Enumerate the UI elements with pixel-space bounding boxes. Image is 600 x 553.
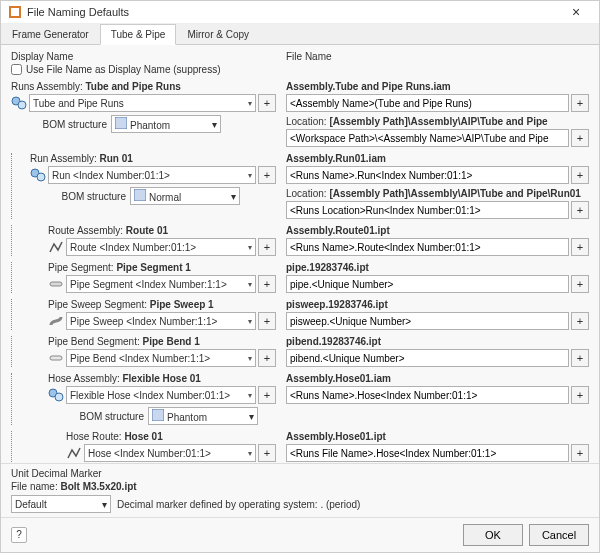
unit-decimal-title: Unit Decimal Marker bbox=[11, 468, 589, 479]
ok-button[interactable]: OK bbox=[463, 524, 523, 546]
cancel-button[interactable]: Cancel bbox=[529, 524, 589, 546]
hoseroute-file-label: Assembly.Hose01.ipt bbox=[286, 431, 386, 442]
route-icon bbox=[66, 446, 82, 460]
pipebend-file-add-button[interactable]: + bbox=[571, 349, 589, 367]
pipeseg-label-bold: Pipe Segment 1 bbox=[116, 262, 190, 273]
run-loc-add-button[interactable]: + bbox=[571, 201, 589, 219]
run-loc-input[interactable] bbox=[286, 201, 569, 219]
dialog-window: File Naming Defaults × Frame Generator T… bbox=[0, 0, 600, 553]
bom3-label: BOM structure bbox=[74, 411, 144, 422]
tab-bar: Frame Generator Tube & Pipe Mirror & Cop… bbox=[1, 24, 599, 45]
run-asm-label-prefix: Run Assembly: bbox=[30, 153, 97, 164]
pipeseg-display-add-button[interactable]: + bbox=[258, 275, 276, 293]
column-header-file-name: File Name bbox=[276, 51, 589, 62]
bom1-label: BOM structure bbox=[37, 119, 107, 130]
pipesweep-display-add-button[interactable]: + bbox=[258, 312, 276, 330]
pipeseg-label-prefix: Pipe Segment: bbox=[48, 262, 114, 273]
runs-asm-file-input[interactable] bbox=[286, 94, 569, 112]
run-loc-label-bold: [Assembly Path]\Assembly\AIP\Tube and Pi… bbox=[329, 188, 581, 199]
hoseasm-file-label: Assembly.Hose01.iam bbox=[286, 373, 391, 384]
app-icon bbox=[9, 6, 21, 18]
bom3-select[interactable]: Phantom▾ bbox=[148, 407, 258, 425]
pipe-icon bbox=[48, 277, 64, 291]
hoseasm-file-add-button[interactable]: + bbox=[571, 386, 589, 404]
runs-asm-loc-label-prefix: Location: bbox=[286, 116, 327, 127]
run-asm-file-label: Assembly.Run01.iam bbox=[286, 153, 386, 164]
svg-rect-8 bbox=[50, 282, 62, 286]
route-file-label: Assembly.Route01.ipt bbox=[286, 225, 390, 236]
pipesweep-label-prefix: Pipe Sweep Segment: bbox=[48, 299, 147, 310]
use-filename-as-display-checkbox[interactable] bbox=[11, 64, 22, 75]
pipebend-file-input[interactable] bbox=[286, 349, 569, 367]
runs-asm-display-select[interactable]: Tube and Pipe Runs▾ bbox=[29, 94, 256, 112]
runs-asm-loc-label-bold: [Assembly Path]\Assembly\AIP\Tube and Pi… bbox=[329, 116, 547, 127]
route-label-prefix: Route Assembly: bbox=[48, 225, 123, 236]
bom2-select[interactable]: Normal▾ bbox=[130, 187, 240, 205]
window-title: File Naming Defaults bbox=[27, 6, 561, 18]
hoseroute-file-add-button[interactable]: + bbox=[571, 444, 589, 462]
close-button[interactable]: × bbox=[561, 4, 591, 20]
hoseasm-file-input[interactable] bbox=[286, 386, 569, 404]
bend-icon bbox=[48, 351, 64, 365]
bom2-label: BOM structure bbox=[56, 191, 126, 202]
decimal-note: Decimal marker defined by operating syst… bbox=[117, 499, 360, 510]
filename-example: Bolt M3.5x20.ipt bbox=[60, 481, 136, 492]
pipesweep-display-select[interactable]: Pipe Sweep <Index Number:1:1>▾ bbox=[66, 312, 256, 330]
pipebend-label-bold: Pipe Bend 1 bbox=[143, 336, 200, 347]
titlebar: File Naming Defaults × bbox=[1, 1, 599, 24]
hoseroute-display-select[interactable]: Hose <Index Number:01:1>▾ bbox=[84, 444, 256, 462]
pipesweep-file-input[interactable] bbox=[286, 312, 569, 330]
button-bar: ? OK Cancel bbox=[1, 517, 599, 552]
tab-tube-and-pipe[interactable]: Tube & Pipe bbox=[100, 24, 177, 45]
run-asm-file-add-button[interactable]: + bbox=[571, 166, 589, 184]
tab-mirror-and-copy[interactable]: Mirror & Copy bbox=[176, 24, 260, 44]
tab-frame-generator[interactable]: Frame Generator bbox=[1, 24, 100, 44]
pipesweep-file-label: pisweep.19283746.ipt bbox=[286, 299, 388, 310]
run-asm-label-bold: Run 01 bbox=[99, 153, 132, 164]
pipeseg-file-add-button[interactable]: + bbox=[571, 275, 589, 293]
pipeseg-display-select[interactable]: Pipe Segment <Index Number:1:1>▾ bbox=[66, 275, 256, 293]
hoseasm-label-prefix: Hose Assembly: bbox=[48, 373, 120, 384]
runs-asm-loc-input[interactable] bbox=[286, 129, 569, 147]
route-file-input[interactable] bbox=[286, 238, 569, 256]
filename-label: File name: bbox=[11, 481, 58, 492]
pipebend-display-add-button[interactable]: + bbox=[258, 349, 276, 367]
run-asm-display-add-button[interactable]: + bbox=[258, 166, 276, 184]
runs-asm-display-add-button[interactable]: + bbox=[258, 94, 276, 112]
svg-point-11 bbox=[55, 393, 63, 401]
pipebend-display-select[interactable]: Pipe Bend <Index Number:1:1>▾ bbox=[66, 349, 256, 367]
run-asm-display-select[interactable]: Run <Index Number:01:1>▾ bbox=[48, 166, 256, 184]
unit-decimal-section: Unit Decimal Marker File name: Bolt M3.5… bbox=[1, 463, 599, 517]
hoseasm-display-add-button[interactable]: + bbox=[258, 386, 276, 404]
route-file-add-button[interactable]: + bbox=[571, 238, 589, 256]
route-display-select[interactable]: Route <Index Number:01:1>▾ bbox=[66, 238, 256, 256]
hoseasm-display-select[interactable]: Flexible Hose <Index Number:01:1>▾ bbox=[66, 386, 256, 404]
use-filename-as-display-label: Use File Name as Display Name (suppress) bbox=[26, 64, 221, 75]
run-asm-file-input[interactable] bbox=[286, 166, 569, 184]
pipebend-label-prefix: Pipe Bend Segment: bbox=[48, 336, 140, 347]
runs-asm-file-label: Assembly.Tube and Pipe Runs.iam bbox=[286, 81, 451, 92]
hoseroute-display-add-button[interactable]: + bbox=[258, 444, 276, 462]
pipeseg-file-input[interactable] bbox=[286, 275, 569, 293]
bom1-select[interactable]: Phantom▾ bbox=[111, 115, 221, 133]
route-icon bbox=[48, 240, 64, 254]
assembly-icon bbox=[48, 388, 64, 402]
run-loc-label-prefix: Location: bbox=[286, 188, 327, 199]
help-button[interactable]: ? bbox=[11, 527, 27, 543]
pipeseg-file-label: pipe.19283746.ipt bbox=[286, 262, 369, 273]
svg-rect-9 bbox=[50, 356, 62, 360]
pipesweep-file-add-button[interactable]: + bbox=[571, 312, 589, 330]
svg-rect-12 bbox=[152, 409, 164, 421]
hoseroute-label-prefix: Hose Route: bbox=[66, 431, 122, 442]
sweep-icon bbox=[48, 314, 64, 328]
runs-asm-loc-add-button[interactable]: + bbox=[571, 129, 589, 147]
route-display-add-button[interactable]: + bbox=[258, 238, 276, 256]
column-header-display-name: Display Name bbox=[11, 51, 276, 62]
assembly-icon bbox=[11, 96, 27, 110]
route-label-bold: Route 01 bbox=[126, 225, 168, 236]
decimal-marker-select[interactable]: Default▾ bbox=[11, 495, 111, 513]
runs-asm-file-add-button[interactable]: + bbox=[571, 94, 589, 112]
runs-asm-label-bold: Tube and Pipe Runs bbox=[85, 81, 180, 92]
content-area: Use File Name as Display Name (suppress)… bbox=[1, 64, 599, 463]
hoseroute-file-input[interactable] bbox=[286, 444, 569, 462]
